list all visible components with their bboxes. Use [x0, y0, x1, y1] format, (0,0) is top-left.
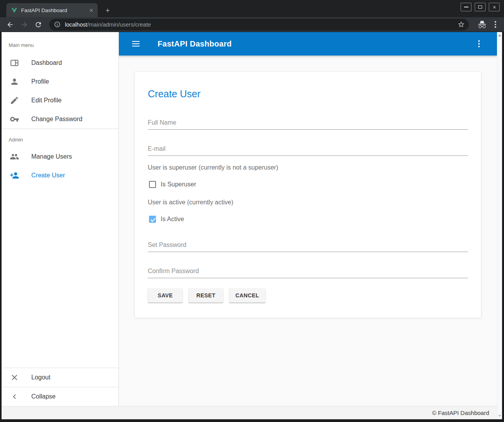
- app-bar: FastAPI Dashboard: [119, 32, 497, 55]
- browser-window: FastAPI Dashboard: [0, 0, 504, 422]
- tab-title: FastAPI Dashboard: [21, 7, 88, 13]
- sidebar-item-dashboard[interactable]: Dashboard: [2, 54, 118, 72]
- person-icon: [10, 77, 19, 86]
- active-hint: User is active (currently active): [148, 199, 468, 206]
- page-title: Create User: [148, 88, 468, 100]
- main-content: FastAPI Dashboard Create User User is su…: [119, 32, 497, 406]
- create-user-card: Create User User is superuser (currently…: [135, 72, 481, 318]
- pencil-icon: [10, 96, 19, 105]
- browser-tab-bar: FastAPI Dashboard: [0, 0, 504, 17]
- bookmark-star-icon[interactable]: [457, 21, 465, 28]
- sidebar-item-manage-users[interactable]: Manage Users: [2, 147, 118, 166]
- sidebar-item-label: Collapse: [31, 393, 56, 400]
- tab-close-icon[interactable]: [88, 7, 95, 14]
- new-tab-button[interactable]: [102, 5, 113, 15]
- chevron-left-icon: [10, 392, 19, 401]
- url-path: /main/admin/users/create: [87, 21, 151, 28]
- hamburger-menu-icon[interactable]: [132, 39, 142, 48]
- checkbox-icon: [149, 216, 156, 223]
- sidebar-item-edit-profile[interactable]: Edit Profile: [2, 91, 118, 110]
- browser-menu-icon[interactable]: [491, 20, 499, 29]
- sidebar-item-collapse[interactable]: Collapse: [2, 387, 118, 406]
- sidebar-item-label: Create User: [31, 172, 65, 179]
- person-add-icon: [10, 171, 19, 180]
- forward-icon[interactable]: [19, 19, 30, 30]
- sidebar-item-logout[interactable]: Logout: [2, 368, 118, 387]
- minimize-button[interactable]: [461, 3, 472, 11]
- app-bar-title: FastAPI Dashboard: [158, 39, 232, 48]
- app-page: Main menu Dashboard Profile: [2, 32, 497, 419]
- sidebar-item-change-password[interactable]: Change Password: [2, 110, 118, 129]
- page-scrollbar[interactable]: [497, 32, 502, 419]
- sidebar-item-profile[interactable]: Profile: [2, 72, 118, 91]
- scrollbar-down-icon[interactable]: [498, 415, 501, 417]
- is-active-checkbox[interactable]: Is Active: [148, 216, 468, 223]
- maximize-button[interactable]: [475, 3, 486, 11]
- checkbox-icon: [149, 181, 156, 188]
- people-icon: [10, 152, 19, 161]
- sidebar-item-label: Profile: [31, 78, 49, 85]
- site-info-icon[interactable]: [54, 21, 61, 28]
- sidebar-item-label: Manage Users: [31, 153, 72, 160]
- sidebar-section-main-menu: Main menu: [2, 32, 118, 54]
- checkbox-label: Is Active: [161, 216, 184, 223]
- app-bar-menu-icon[interactable]: [474, 39, 484, 48]
- key-icon: [10, 114, 19, 124]
- full-name-field[interactable]: [148, 119, 468, 130]
- sidebar-item-label: Change Password: [31, 116, 83, 123]
- confirm-password-field[interactable]: [148, 268, 468, 278]
- browser-tab[interactable]: FastAPI Dashboard: [6, 3, 98, 17]
- is-superuser-checkbox[interactable]: Is Superuser: [148, 181, 468, 188]
- scrollbar-up-icon[interactable]: [498, 34, 501, 36]
- vue-logo-icon: [11, 7, 18, 14]
- app-footer: © FastAPI Dashboard: [2, 406, 497, 419]
- sidebar-item-label: Dashboard: [31, 59, 62, 66]
- footer-copyright: © FastAPI Dashboard: [432, 409, 489, 416]
- page-viewport: Main menu Dashboard Profile: [2, 32, 502, 419]
- form-buttons: SAVE RESET CANCEL: [148, 288, 468, 302]
- window-controls: [461, 3, 500, 11]
- reset-button[interactable]: RESET: [188, 288, 223, 302]
- sidebar-item-label: Logout: [31, 374, 50, 381]
- close-window-button[interactable]: [489, 3, 500, 11]
- sidebar-item-create-user[interactable]: Create User: [2, 166, 118, 185]
- url-host: localhost: [65, 21, 87, 28]
- url-text: localhost/main/admin/users/create: [65, 21, 457, 28]
- dashboard-icon: [10, 58, 19, 68]
- email-field[interactable]: [148, 145, 468, 156]
- set-password-field[interactable]: [148, 241, 468, 252]
- browser-toolbar: localhost/main/admin/users/create: [0, 17, 504, 32]
- url-bar[interactable]: localhost/main/admin/users/create: [49, 19, 469, 30]
- save-button[interactable]: SAVE: [148, 288, 183, 302]
- cancel-button[interactable]: CANCEL: [229, 288, 265, 302]
- sidebar-section-admin: Admin: [2, 129, 118, 147]
- superuser-hint: User is superuser (currently is not a su…: [148, 164, 468, 171]
- sidebar-item-label: Edit Profile: [31, 97, 61, 104]
- reload-icon[interactable]: [33, 19, 44, 30]
- back-icon[interactable]: [5, 19, 16, 30]
- close-icon: [10, 373, 19, 382]
- incognito-icon: [477, 20, 487, 29]
- checkbox-label: Is Superuser: [161, 181, 196, 188]
- sidebar: Main menu Dashboard Profile: [2, 32, 119, 406]
